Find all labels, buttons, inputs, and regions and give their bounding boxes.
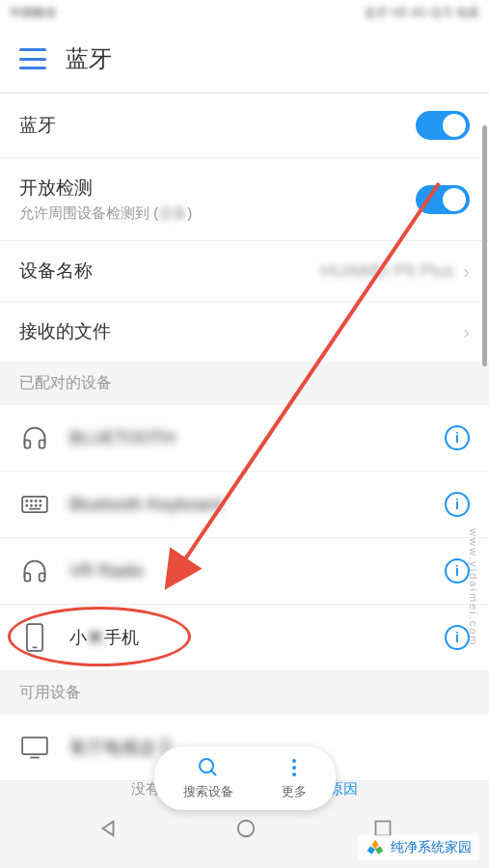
svg-point-8 — [40, 505, 41, 506]
svg-rect-20 — [375, 822, 390, 836]
status-right: 蓝牙 HD 4G 信号 电量 — [365, 5, 479, 21]
phone-icon — [19, 622, 50, 653]
paired-device-row[interactable]: Bluetooth Keyboard i — [0, 472, 489, 538]
bluetooth-toggle[interactable] — [416, 111, 470, 140]
svg-point-4 — [40, 501, 41, 502]
device-name-value: HUAWEI P9 Plus — [320, 261, 453, 282]
discovery-toggle[interactable] — [416, 185, 470, 214]
home-icon[interactable] — [235, 818, 257, 839]
bottom-action-bar: 搜索设备 更多 — [154, 746, 336, 810]
device-name-label: 设备名称 — [19, 258, 320, 284]
bluetooth-toggle-row[interactable]: 蓝牙 — [0, 94, 489, 158]
keyboard-icon — [19, 489, 50, 520]
app-header: 蓝牙 — [0, 25, 489, 93]
discovery-subtitle: 允许周围设备检测到 (设备) — [19, 204, 416, 223]
discovery-toggle-row[interactable]: 开放检测 允许周围设备检测到 (设备) — [0, 158, 489, 241]
available-section-header: 可用设备 — [0, 671, 489, 715]
paired-device-row[interactable]: VR Radio i — [0, 538, 489, 605]
info-icon[interactable]: i — [445, 625, 470, 650]
svg-point-6 — [31, 505, 32, 506]
device-name-text: Bluetooth Keyboard — [69, 495, 445, 515]
info-icon[interactable]: i — [445, 558, 470, 583]
svg-point-7 — [36, 505, 37, 506]
chevron-right-icon: › — [463, 321, 470, 343]
search-devices-button[interactable]: 搜索设备 — [183, 756, 233, 800]
more-icon — [283, 756, 306, 779]
status-left: 中国移动 — [10, 5, 56, 21]
page-title: 蓝牙 — [66, 43, 112, 74]
device-name-text: BLUETOOTH — [69, 428, 445, 448]
svg-point-2 — [31, 501, 32, 502]
monitor-icon — [19, 732, 50, 763]
status-bar: 中国移动 蓝牙 HD 4G 信号 电量 — [0, 0, 489, 25]
svg-point-14 — [200, 759, 213, 773]
headphones-icon — [19, 422, 50, 453]
headphones-icon — [19, 556, 50, 586]
paired-device-row-highlighted[interactable]: 小米手机 i — [0, 605, 489, 671]
watermark-text: www.yidaimei.com — [468, 529, 479, 646]
device-name-row[interactable]: 设备名称 HUAWEI P9 Plus › — [0, 241, 489, 302]
received-files-row[interactable]: 接收的文件 › — [0, 302, 489, 362]
paired-device-row[interactable]: BLUETOOTH i — [0, 405, 489, 472]
svg-point-5 — [26, 505, 27, 506]
info-icon[interactable]: i — [445, 492, 470, 517]
svg-point-16 — [292, 759, 296, 763]
discovery-label: 开放检测 — [19, 176, 416, 201]
svg-line-15 — [211, 771, 216, 775]
menu-icon[interactable] — [19, 48, 46, 69]
svg-point-17 — [292, 766, 296, 770]
search-icon — [197, 756, 220, 779]
paired-section-header: 已配对的设备 — [0, 362, 489, 405]
svg-point-1 — [26, 501, 27, 502]
svg-point-19 — [237, 821, 254, 837]
back-icon[interactable] — [97, 818, 119, 839]
logo-icon — [366, 838, 385, 857]
received-files-label: 接收的文件 — [19, 319, 453, 344]
device-name-text: VR Radio — [69, 561, 445, 582]
scrollbar[interactable] — [482, 125, 487, 366]
logo-watermark: 纯净系统家园 — [358, 835, 479, 860]
svg-rect-12 — [22, 738, 47, 755]
info-icon[interactable]: i — [445, 425, 470, 450]
svg-point-18 — [292, 773, 296, 776]
bluetooth-label: 蓝牙 — [19, 113, 416, 138]
more-button[interactable]: 更多 — [282, 756, 307, 800]
chevron-right-icon: › — [463, 260, 470, 283]
device-name-text: 小米手机 — [69, 626, 445, 649]
svg-point-3 — [36, 501, 37, 502]
